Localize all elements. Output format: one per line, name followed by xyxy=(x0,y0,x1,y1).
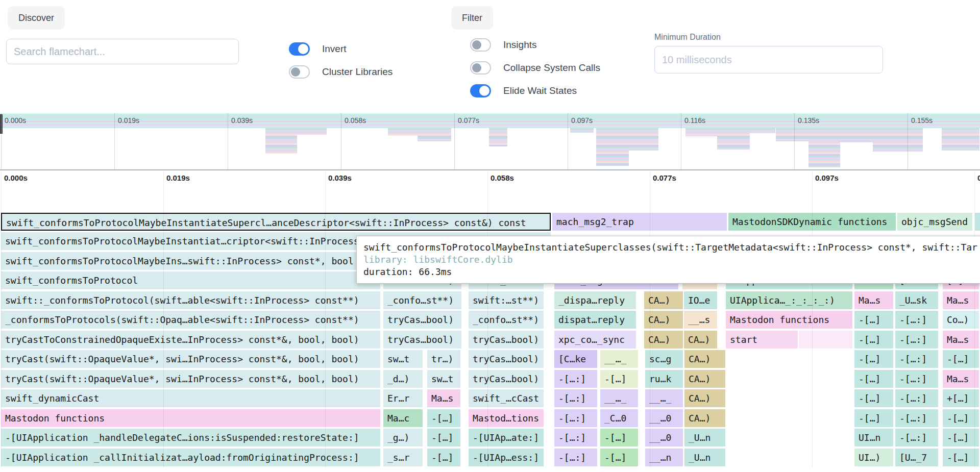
discover-button[interactable]: Discover xyxy=(8,6,65,30)
flame-cell[interactable]: ru…k xyxy=(645,370,683,388)
flame-cell[interactable]: CA…) xyxy=(684,350,725,368)
flame-cell[interactable]: -[…] xyxy=(427,449,460,466)
flame-cell[interactable]: tryCas…bool) xyxy=(469,331,544,349)
flame-cell[interactable]: __…n xyxy=(645,449,683,466)
flame-cell[interactable]: -[…:] xyxy=(554,389,597,407)
toggle-switch-invert[interactable] xyxy=(289,42,310,56)
flame-cell[interactable] xyxy=(975,213,980,231)
flame-cell[interactable]: -[…:] xyxy=(895,389,938,407)
flame-cell[interactable]: Ma…c xyxy=(383,409,423,427)
flame-cell[interactable]: sw…t xyxy=(383,350,423,368)
flame-cell[interactable]: -[…] xyxy=(427,429,460,446)
flame-cell[interactable]: CA…) xyxy=(684,389,725,407)
flame-cell[interactable]: __…_ xyxy=(600,389,638,407)
toggle-switch-elide-wait-states[interactable] xyxy=(470,84,491,97)
flame-cell[interactable]: -[…] xyxy=(854,311,893,329)
flame-cell[interactable]: swift_dynamicCast xyxy=(1,389,380,407)
flame-cell[interactable]: Er…r xyxy=(383,389,423,407)
flame-cell[interactable]: -[…:] xyxy=(554,449,597,466)
minimum-duration-input[interactable] xyxy=(654,46,883,73)
flame-cell-selected[interactable]: swift_conformsToProtocolMaybeInstantiate… xyxy=(1,213,551,231)
flame-cell[interactable] xyxy=(799,331,852,349)
flame-cell[interactable]: -[…:] xyxy=(895,311,938,329)
flame-cell[interactable]: -[UIApplication _handleDelegateC…ions:is… xyxy=(1,429,380,446)
flame-cell[interactable]: tryCas…bool) xyxy=(383,331,461,349)
flame-cell[interactable]: Mastodon functions xyxy=(1,409,380,427)
search-input[interactable] xyxy=(6,39,239,64)
flame-cell[interactable]: sw…t xyxy=(427,370,460,388)
flame-cell[interactable]: _dispa…reply xyxy=(554,291,636,309)
flame-cell[interactable]: -[…:] xyxy=(895,350,938,368)
flame-cell[interactable]: -[…:] xyxy=(554,370,597,388)
toggle-switch-cluster-libraries[interactable] xyxy=(289,65,310,79)
filter-button[interactable]: Filter xyxy=(451,6,493,30)
flame-cell[interactable]: -[UIAp…ate:] xyxy=(469,429,544,446)
flame-cell[interactable]: CA…) xyxy=(684,409,725,427)
flame-cell[interactable]: -[…:] xyxy=(554,409,597,427)
minimap-density-band[interactable] xyxy=(0,113,980,128)
flame-cell[interactable]: xpc_co…_sync xyxy=(554,331,636,349)
flame-cell[interactable]: -[…] xyxy=(943,350,979,368)
flame-cell[interactable]: _U…n xyxy=(684,449,725,466)
flame-cell[interactable]: tryCas…bool) xyxy=(383,311,461,329)
flame-cell[interactable]: UI…) xyxy=(854,449,893,466)
flame-cell[interactable]: __…0 xyxy=(645,409,683,427)
flame-cell[interactable]: start xyxy=(726,331,798,349)
flame-cell[interactable]: dispat…reply xyxy=(554,311,636,329)
flame-cell[interactable]: Ma…s xyxy=(943,370,979,388)
flame-cell[interactable]: -[…] xyxy=(854,370,893,388)
flame-cell[interactable]: swift_conformsToProtocol xyxy=(1,271,380,289)
flame-cell[interactable]: -[…] xyxy=(943,429,979,446)
flame-cell[interactable]: Mastod…tions xyxy=(469,409,544,427)
flame-cell[interactable]: tr…) xyxy=(427,350,460,368)
flame-cell[interactable]: _d…) xyxy=(383,370,423,388)
flame-cell[interactable]: objc_msgSend xyxy=(897,213,972,231)
flame-cell[interactable]: -[…] xyxy=(600,429,638,446)
flame-cell[interactable]: swift:…st**) xyxy=(469,291,544,309)
flame-cell[interactable]: [U…_7 xyxy=(895,449,938,466)
toggle-switch-insights[interactable] xyxy=(470,38,491,52)
minimap-selection-handle[interactable] xyxy=(0,114,3,134)
flame-cell[interactable]: -[UIApplication _callInitializat…ayload:… xyxy=(1,449,380,466)
flame-cell[interactable]: -[…:] xyxy=(895,429,938,446)
flame-cell[interactable]: __…s xyxy=(684,311,717,329)
flame-cell[interactable]: -[…] xyxy=(600,449,638,466)
flame-cell[interactable]: -[…:] xyxy=(895,409,938,427)
toggle-switch-collapse-system-calls[interactable] xyxy=(470,61,491,74)
flame-cell[interactable]: _conformsToProtocols(swift::Opaq…able<sw… xyxy=(1,311,380,329)
flame-cell[interactable]: -[…] xyxy=(943,449,979,466)
flame-cell[interactable]: UI…n xyxy=(854,429,893,446)
flame-cell[interactable]: _confo…st**) xyxy=(469,311,544,329)
flame-cell[interactable]: _s…r xyxy=(383,449,423,466)
flame-cell[interactable]: _confo…st**) xyxy=(383,291,461,309)
flame-cell[interactable]: __…_ xyxy=(600,350,638,368)
flame-cell[interactable]: CA…) xyxy=(684,331,717,349)
flame-cell[interactable]: -[…:] xyxy=(554,429,597,446)
flame-cell[interactable]: +[…] xyxy=(943,389,979,407)
flame-cell[interactable]: swift_…cCast xyxy=(469,389,544,407)
flame-cell[interactable]: -[…] xyxy=(854,331,893,349)
flame-cell[interactable]: tryCas…bool) xyxy=(469,350,544,368)
flame-cell[interactable]: -[…:] xyxy=(895,370,938,388)
flame-cell[interactable]: CA…) xyxy=(684,370,725,388)
flame-cell[interactable]: tryCast(swift::OpaqueValue*, swi…InProce… xyxy=(1,350,380,368)
flame-cell[interactable]: IO…e xyxy=(684,291,717,309)
flame-cell[interactable]: _U…sk xyxy=(895,291,938,309)
flame-cell[interactable]: Mastodon functions xyxy=(726,311,852,329)
flame-cell[interactable]: _C…0 xyxy=(600,409,638,427)
flame-cell[interactable]: UIApplica…_:_:_:_:) xyxy=(726,291,852,309)
flame-cell[interactable]: Ma…s xyxy=(943,331,979,349)
flame-cell[interactable]: sc…g xyxy=(645,350,683,368)
flame-cell[interactable]: -[UIAp…ess:] xyxy=(469,449,544,466)
flame-cell[interactable]: -[…] xyxy=(600,370,638,388)
flame-cell[interactable]: Co…) xyxy=(943,311,979,329)
flame-cell[interactable]: Ma…s xyxy=(854,291,893,309)
flame-cell[interactable]: -[…] xyxy=(854,409,893,427)
flame-cell[interactable]: __…0 xyxy=(645,429,683,446)
flame-cell[interactable]: tryCast(swift::OpaqueValue*, swi…InProce… xyxy=(1,370,380,388)
flame-cell[interactable]: swift::_conformsToProtocol(swift…able<sw… xyxy=(1,291,380,309)
flame-cell[interactable]: tryCastToConstrainedOpaqueExiste…InProce… xyxy=(1,331,380,349)
flame-cell[interactable]: -[…] xyxy=(854,389,893,407)
flame-cell[interactable]: -[…:] xyxy=(895,331,938,349)
minimap[interactable]: 0.000s0.019s0.039s0.058s0.077s0.097s0.11… xyxy=(0,113,980,170)
